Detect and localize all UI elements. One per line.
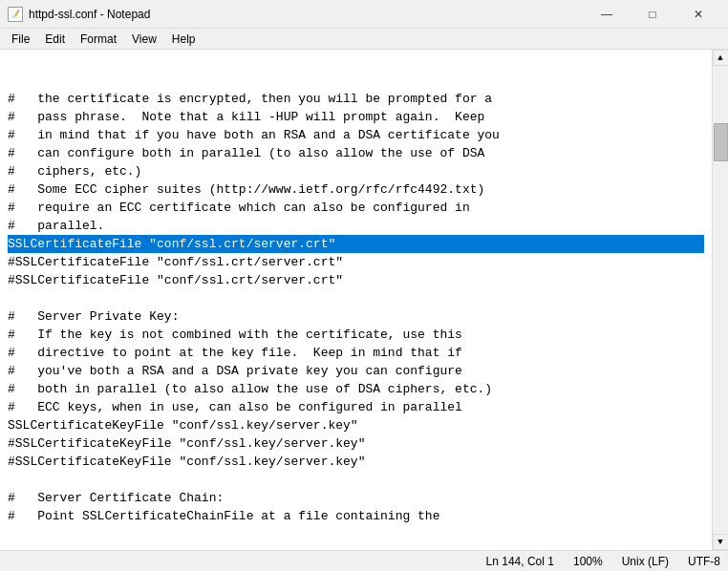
code-line[interactable]: # pass phrase. Note that a kill -HUP wil… <box>8 108 704 126</box>
code-line[interactable] <box>8 471 704 489</box>
editor-content[interactable]: # the certificate is encrypted, then you… <box>0 50 712 550</box>
code-line[interactable]: # directive to point at the key file. Ke… <box>8 344 704 362</box>
scroll-up-arrow[interactable]: ▲ <box>713 50 729 66</box>
vertical-scrollbar[interactable]: ▲ ▼ <box>712 50 728 550</box>
code-line[interactable]: #SSLCertificateFile "conf/ssl.crt/server… <box>8 253 704 271</box>
title-bar-left: 📝 httpd-ssl.conf - Notepad <box>8 7 150 22</box>
maximize-button[interactable]: □ <box>631 5 674 24</box>
menu-bar: File Edit Format View Help <box>0 29 728 50</box>
menu-view[interactable]: View <box>124 31 164 48</box>
code-line[interactable] <box>8 289 704 307</box>
code-line[interactable]: # in mind that if you have both an RSA a… <box>8 126 704 144</box>
window-controls: — □ ✕ <box>585 5 720 24</box>
menu-file[interactable]: File <box>4 31 37 48</box>
code-line[interactable]: # Server Private Key: <box>8 307 704 326</box>
menu-help[interactable]: Help <box>164 31 203 48</box>
title-bar: 📝 httpd-ssl.conf - Notepad — □ ✕ <box>0 0 728 29</box>
menu-edit[interactable]: Edit <box>37 31 73 48</box>
code-lines: # the certificate is encrypted, then you… <box>0 53 712 525</box>
code-line[interactable]: # ciphers, etc.) <box>8 162 704 180</box>
zoom-level: 100% <box>573 555 603 568</box>
code-line[interactable]: # require an ECC certificate which can a… <box>8 199 704 217</box>
code-line[interactable]: # ECC keys, when in use, can also be con… <box>8 398 704 416</box>
code-line[interactable]: # the certificate is encrypted, then you… <box>8 90 704 108</box>
code-line[interactable]: # If the key is not combined with the ce… <box>8 326 704 344</box>
code-line[interactable]: # both in parallel (to also allow the us… <box>8 380 704 398</box>
window-title: httpd-ssl.conf - Notepad <box>29 8 150 21</box>
line-ending: Unix (LF) <box>622 555 669 568</box>
code-line[interactable]: # you've both a RSA and a DSA private ke… <box>8 362 704 380</box>
scroll-thumb[interactable] <box>714 123 728 161</box>
code-line[interactable]: # can configure both in parallel (to als… <box>8 144 704 162</box>
code-line[interactable]: #SSLCertificateFile "conf/ssl.crt/server… <box>8 271 704 289</box>
app-icon: 📝 <box>8 7 23 22</box>
editor-container[interactable]: # the certificate is encrypted, then you… <box>0 50 728 550</box>
code-line[interactable]: SSLCertificateFile "conf/ssl.crt/server.… <box>8 235 704 253</box>
code-line[interactable]: # Server Certificate Chain: <box>8 489 704 507</box>
code-line[interactable]: # Some ECC cipher suites (http://www.iet… <box>8 180 704 199</box>
code-line[interactable]: # Point SSLCertificateChainFile at a fil… <box>8 507 704 525</box>
code-line[interactable]: #SSLCertificateKeyFile "conf/ssl.key/ser… <box>8 434 704 453</box>
cursor-position: Ln 144, Col 1 <box>486 555 554 568</box>
encoding: UTF-8 <box>688 555 720 568</box>
code-line[interactable]: # parallel. <box>8 217 704 235</box>
code-line[interactable]: SSLCertificateKeyFile "conf/ssl.key/serv… <box>8 416 704 434</box>
close-button[interactable]: ✕ <box>676 5 720 24</box>
scroll-down-arrow[interactable]: ▼ <box>713 534 729 550</box>
code-line[interactable]: #SSLCertificateKeyFile "conf/ssl.key/ser… <box>8 453 704 471</box>
menu-format[interactable]: Format <box>73 31 124 48</box>
minimize-button[interactable]: — <box>585 5 629 24</box>
status-bar: Ln 144, Col 1 100% Unix (LF) UTF-8 <box>0 550 728 571</box>
